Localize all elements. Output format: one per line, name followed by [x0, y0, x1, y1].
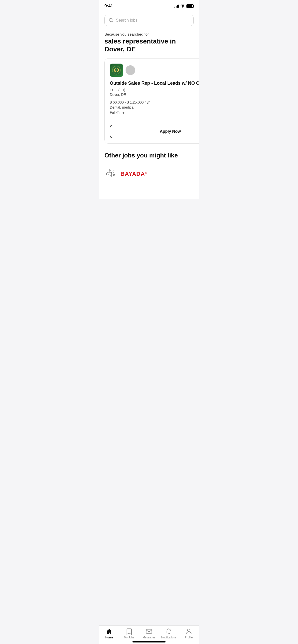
other-jobs-title: Other jobs you might like [104, 152, 194, 159]
search-because-text: Because you searched for [104, 32, 194, 36]
job-card-logos: 60 [110, 64, 135, 77]
job-salary: $ 60,000 - $ 1,25,000 / yr [110, 100, 199, 104]
search-placeholder: Search jobs [116, 18, 138, 23]
signal-icon [174, 5, 179, 8]
battery-icon [186, 4, 194, 8]
status-icons [174, 4, 194, 8]
bayada-bird-icon [104, 167, 118, 181]
search-query: sales representative in Dover, DE [104, 37, 194, 53]
job-benefits: Dental, medical [110, 105, 199, 109]
search-container: Search jobs [99, 11, 199, 30]
search-bar[interactable]: Search jobs [104, 15, 194, 26]
bayada-logo: BAYADA® [104, 167, 147, 181]
job-cards-scroll[interactable]: 60 ··· Outside Sales Rep - Local Leads w… [99, 57, 199, 148]
search-icon [109, 18, 113, 23]
job-location: Dover, DE [110, 93, 199, 97]
apply-now-button[interactable]: Apply Now [110, 125, 199, 138]
logo-svg: 60 [111, 65, 121, 75]
job-card-primary: 60 ··· Outside Sales Rep - Local Leads w… [104, 58, 199, 143]
status-time: 9:41 [104, 4, 113, 9]
search-header: Because you searched for sales represent… [99, 30, 199, 57]
company-logo: 60 [110, 64, 123, 77]
user-profile-circle [126, 65, 135, 75]
other-jobs-section: Other jobs you might like [99, 148, 199, 187]
wifi-icon [181, 5, 185, 8]
job-type: Full-Time [110, 110, 199, 114]
bayada-job-card[interactable]: BAYADA® [104, 163, 194, 185]
company-name: TCG (LH) [110, 88, 199, 92]
svg-text:60: 60 [114, 68, 119, 73]
status-bar: 9:41 [99, 0, 199, 11]
bayada-brand-name: BAYADA® [120, 171, 147, 177]
job-title: Outside Sales Rep - Local Leads w/ NO CO… [110, 80, 199, 86]
svg-point-5 [114, 174, 115, 175]
job-card-header: 60 ··· [110, 64, 199, 77]
